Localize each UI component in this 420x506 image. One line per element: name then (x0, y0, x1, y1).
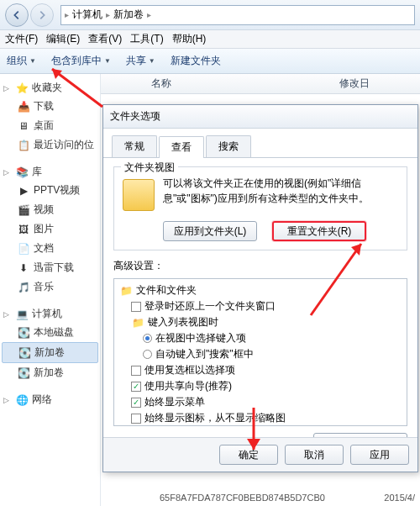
folder-icon (123, 179, 155, 211)
arrow-right-icon (36, 9, 48, 21)
sidebar-item-xunlei[interactable]: ⬇迅雷下载 (2, 258, 98, 277)
advanced-settings-label: 高级设置： (113, 259, 407, 273)
desktop-icon: 🖥 (17, 119, 30, 133)
tree-item[interactable]: 始终显示图标，从不显示缩略图 (119, 410, 402, 426)
sidebar-item-music[interactable]: 🎵音乐 (2, 277, 98, 297)
network-icon: 🌐 (15, 393, 29, 407)
tree-item[interactable]: 自动键入到"搜索"框中 (119, 346, 402, 362)
group-description: 可以将该文件夹正在使用的视图(例如"详细信息"或"图标")应用到所有这种类型的文… (163, 176, 398, 206)
toolbar: 组织 ▼ 包含到库中 ▼ 共享 ▼ 新建文件夹 (0, 49, 420, 74)
network-label: 网络 (32, 393, 52, 407)
menu-view[interactable]: 查看(V) (88, 32, 122, 46)
expand-icon: ▷ (3, 310, 12, 319)
tab-search[interactable]: 搜索 (206, 135, 251, 157)
chevron-down-icon: ▼ (104, 57, 111, 65)
download-icon: ⬇ (17, 261, 30, 275)
expand-icon: ▷ (3, 168, 12, 177)
music-icon: 🎵 (17, 281, 30, 294)
sidebar-item-desktop[interactable]: 🖥桌面 (2, 116, 98, 135)
menu-tools[interactable]: 工具(T) (130, 32, 163, 46)
sidebar-network-header[interactable]: ▷ 🌐 网络 (2, 391, 98, 408)
radio-icon[interactable] (143, 350, 152, 359)
column-headers: 名称 修改日 (101, 74, 420, 94)
recent-icon: 📋 (17, 139, 30, 152)
video-icon: 🎬 (17, 203, 30, 217)
video-icon: ▶ (17, 184, 30, 198)
computer-icon: 💻 (15, 308, 29, 321)
checkbox-icon[interactable] (131, 382, 141, 392)
col-name[interactable]: 名称 (151, 76, 171, 91)
file-date-text: 2015/4/ (384, 493, 415, 503)
folder-icon: 📁 (131, 316, 144, 329)
checkbox-icon[interactable] (131, 398, 141, 408)
tree-item[interactable]: 始终显示菜单 (119, 394, 402, 410)
menubar: 文件(F) 编辑(E) 查看(V) 工具(T) 帮助(H) (0, 30, 420, 49)
tree-item[interactable]: 使用复选框以选择项 (119, 362, 402, 378)
tree-item[interactable]: 在视图中选择键入项 (119, 330, 402, 346)
radio-icon[interactable] (143, 334, 152, 343)
favorites-label: 收藏夹 (32, 81, 62, 95)
apply-to-folders-button[interactable]: 应用到文件夹(L) (163, 221, 257, 241)
organize-button[interactable]: 组织 ▼ (7, 54, 36, 68)
menu-help[interactable]: 帮助(H) (172, 32, 207, 46)
tree-item[interactable]: 登录时还原上一个文件夹窗口 (119, 298, 402, 314)
document-icon: 📄 (17, 242, 30, 256)
nav-forward-button[interactable] (30, 3, 54, 27)
new-folder-button[interactable]: 新建文件夹 (171, 54, 221, 68)
checkbox-icon[interactable] (131, 302, 141, 312)
sidebar-item-newvolume-2[interactable]: 💽新加卷 (2, 363, 98, 382)
nav-back-button[interactable] (5, 3, 29, 27)
sidebar: ▷ ⭐ 收藏夹 📥下载 🖥桌面 📋最近访问的位 ▷ 📚 库 ▶PPTV视频 🎬视… (0, 74, 101, 506)
sidebar-item-pictures[interactable]: 🖼图片 (2, 219, 98, 239)
menu-edit[interactable]: 编辑(E) (46, 32, 80, 46)
sidebar-item-localdisk[interactable]: 💽本地磁盘 (2, 323, 98, 342)
folder-options-dialog: 文件夹选项 常规 查看 搜索 文件夹视图 可以将该文件夹正在使用的视图(例如"详… (102, 104, 418, 472)
share-button[interactable]: 共享 ▼ (126, 54, 155, 68)
group-legend: 文件夹视图 (121, 161, 178, 175)
chevron-down-icon: ▼ (29, 57, 36, 65)
checkbox-icon[interactable] (131, 366, 141, 376)
sidebar-item-videos[interactable]: 🎬视频 (2, 200, 98, 219)
cancel-button[interactable]: 取消 (285, 445, 344, 465)
advanced-settings-tree[interactable]: 📁文件和文件夹 登录时还原上一个文件夹窗口 📁键入列表视图时 在视图中选择键入项… (113, 278, 407, 426)
expand-icon: ▷ (3, 396, 12, 404)
col-modified[interactable]: 修改日 (339, 76, 370, 91)
tree-item[interactable]: 使用共享向导(推荐) (119, 378, 402, 394)
chevron-down-icon: ▼ (149, 57, 155, 65)
dialog-title: 文件夹选项 (103, 105, 417, 129)
breadcrumb[interactable]: ▸ 计算机 ▸ 新加卷 ▸ (60, 5, 415, 25)
breadcrumb-volume[interactable]: 新加卷 (110, 8, 147, 22)
sidebar-item-newvolume-1[interactable]: 💽新加卷 (2, 342, 98, 363)
ok-button[interactable]: 确定 (219, 445, 278, 465)
drive-icon: 💽 (17, 366, 30, 380)
drive-icon: 💽 (18, 346, 31, 360)
file-hash-text: 65F8A7FDA787CF0BEBD874B5D7CB0 (160, 493, 325, 503)
sidebar-item-documents[interactable]: 📄文档 (2, 239, 98, 258)
sidebar-item-recent[interactable]: 📋最近访问的位 (2, 135, 98, 155)
chevron-right-icon: ▸ (147, 10, 151, 19)
libraries-label: 库 (32, 165, 42, 179)
tab-view[interactable]: 查看 (159, 136, 204, 158)
breadcrumb-computer[interactable]: 计算机 (69, 8, 106, 22)
arrow-left-icon (11, 9, 23, 21)
reset-folders-button[interactable]: 重置文件夹(R) (272, 221, 366, 241)
expand-icon: ▷ (3, 84, 12, 92)
menu-file[interactable]: 文件(F) (5, 32, 38, 46)
download-icon: 📥 (17, 100, 30, 113)
apply-button[interactable]: 应用 (350, 445, 409, 465)
include-label: 包含到库中 (51, 54, 102, 68)
sidebar-favorites-header[interactable]: ▷ ⭐ 收藏夹 (2, 79, 98, 97)
folder-view-group: 文件夹视图 可以将该文件夹正在使用的视图(例如"详细信息"或"图标")应用到所有… (113, 166, 407, 250)
new-folder-label: 新建文件夹 (171, 54, 221, 68)
picture-icon: 🖼 (17, 223, 30, 236)
computer-label: 计算机 (32, 307, 62, 321)
sidebar-libraries-header[interactable]: ▷ 📚 库 (2, 163, 98, 181)
checkbox-icon[interactable] (131, 414, 141, 424)
sidebar-item-pptv[interactable]: ▶PPTV视频 (2, 181, 98, 200)
sidebar-computer-header[interactable]: ▷ 💻 计算机 (2, 305, 98, 323)
star-icon: ⭐ (15, 82, 29, 95)
include-in-library-button[interactable]: 包含到库中 ▼ (51, 54, 111, 68)
tab-general[interactable]: 常规 (112, 135, 157, 157)
sidebar-item-downloads[interactable]: 📥下载 (2, 97, 98, 116)
tree-item: 📁键入列表视图时 (119, 314, 402, 330)
